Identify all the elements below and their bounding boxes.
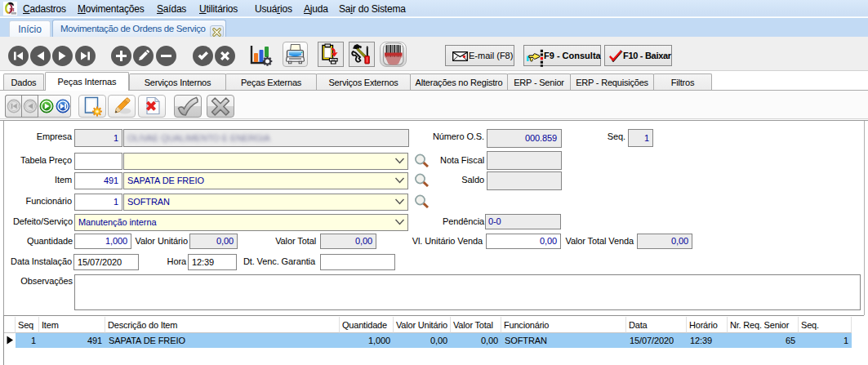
svg-text:M: M (10, 7, 15, 12)
